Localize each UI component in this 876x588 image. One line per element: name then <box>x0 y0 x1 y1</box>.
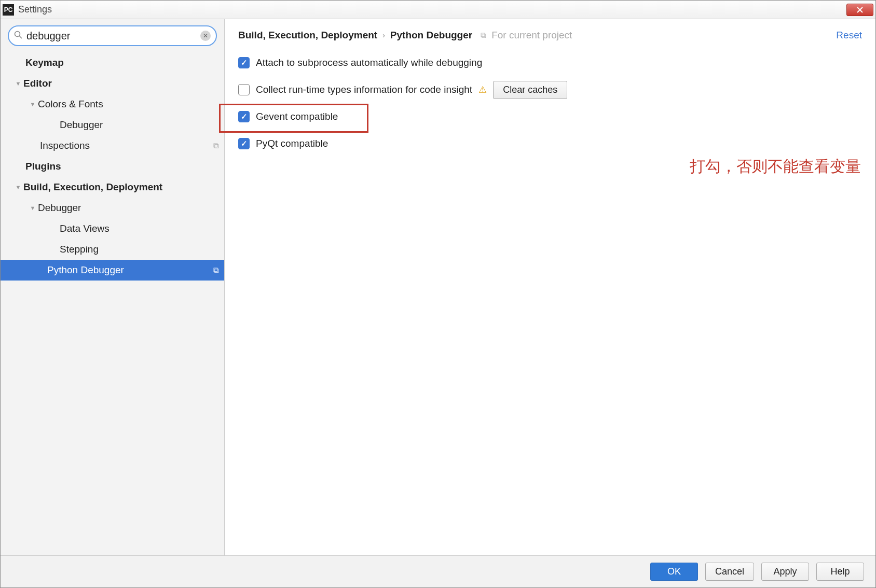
settings-tree: ▼Keymap ▼Editor ▼Colors & Fonts ▼Debugge… <box>1 50 224 555</box>
chevron-down-icon: ▼ <box>13 80 23 87</box>
checkbox-pyqt[interactable] <box>238 138 250 149</box>
option-label: Attach to subprocess automatically while… <box>256 57 482 68</box>
ok-button[interactable]: OK <box>650 563 698 581</box>
tree-item-python-debugger[interactable]: ▼Python Debugger⧉ <box>1 260 224 281</box>
chevron-down-icon: ▼ <box>28 101 38 107</box>
cancel-button[interactable]: Cancel <box>705 563 754 581</box>
tree-item-colors-fonts[interactable]: ▼Colors & Fonts <box>1 94 224 115</box>
apply-button[interactable]: Apply <box>761 563 809 581</box>
app-icon: PC <box>3 4 14 16</box>
search-input[interactable] <box>26 30 196 42</box>
tree-item-inspections[interactable]: ▼Inspections⧉ <box>1 135 224 156</box>
tree-item-colors-fonts-debugger[interactable]: ▼Debugger <box>1 115 224 135</box>
help-button[interactable]: Help <box>816 563 864 581</box>
option-label: PyQt compatible <box>256 138 328 149</box>
clear-search-icon[interactable]: ✕ <box>200 31 211 41</box>
settings-window: PC Settings ✕ ▼Keymap ▼Editor ▼Colors & … <box>0 0 876 588</box>
search-box[interactable]: ✕ <box>8 25 217 46</box>
chevron-right-icon: › <box>382 31 385 39</box>
breadcrumb-leaf: Python Debugger <box>390 30 472 41</box>
titlebar: PC Settings <box>1 1 875 19</box>
options-list: Attach to subprocess automatically while… <box>225 45 875 161</box>
tree-item-debugger[interactable]: ▼Debugger <box>1 198 224 218</box>
copy-icon: ⧉ <box>213 265 219 275</box>
option-label: Gevent compatible <box>256 111 338 122</box>
warning-icon: ⚠ <box>478 84 487 95</box>
body: ✕ ▼Keymap ▼Editor ▼Colors & Fonts ▼Debug… <box>1 19 875 555</box>
close-icon <box>857 7 863 13</box>
option-gevent-compatible[interactable]: Gevent compatible <box>238 103 862 130</box>
chevron-down-icon: ▼ <box>13 184 23 190</box>
tree-item-build-execution-deployment[interactable]: ▼Build, Execution, Deployment <box>1 177 224 198</box>
chevron-down-icon: ▼ <box>28 205 38 211</box>
checkbox-collect[interactable] <box>238 84 250 95</box>
search-icon <box>14 30 22 41</box>
copy-icon: ⧉ <box>213 141 219 150</box>
clear-caches-button[interactable]: Clear caches <box>493 81 567 99</box>
window-title: Settings <box>18 4 52 15</box>
tree-item-data-views[interactable]: ▼Data Views <box>1 218 224 239</box>
breadcrumb: Build, Execution, Deployment › Python De… <box>225 19 875 45</box>
close-button[interactable] <box>846 4 873 16</box>
option-pyqt-compatible[interactable]: PyQt compatible <box>238 130 862 157</box>
scope-label: For current project <box>491 30 572 41</box>
checkbox-attach[interactable] <box>238 57 250 68</box>
option-attach-subprocess[interactable]: Attach to subprocess automatically while… <box>238 49 862 76</box>
tree-item-keymap[interactable]: ▼Keymap <box>1 52 224 73</box>
tree-item-plugins[interactable]: ▼Plugins <box>1 156 224 177</box>
tree-item-stepping[interactable]: ▼Stepping <box>1 239 224 260</box>
breadcrumb-parent: Build, Execution, Deployment <box>238 30 377 41</box>
option-label: Collect run-time types information for c… <box>256 84 472 95</box>
footer: OK Cancel Apply Help <box>1 555 875 587</box>
sidebar: ✕ ▼Keymap ▼Editor ▼Colors & Fonts ▼Debug… <box>1 19 225 555</box>
svg-line-1 <box>20 36 22 39</box>
option-collect-types[interactable]: Collect run-time types information for c… <box>238 76 862 103</box>
annotation-text: 打勾，否则不能查看变量 <box>690 156 861 177</box>
checkbox-gevent[interactable] <box>238 111 250 122</box>
tree-item-editor[interactable]: ▼Editor <box>1 73 224 94</box>
reset-link[interactable]: Reset <box>836 30 862 41</box>
svg-point-0 <box>15 32 20 37</box>
scope-icon: ⧉ <box>481 31 486 40</box>
main-panel: Build, Execution, Deployment › Python De… <box>225 19 875 555</box>
